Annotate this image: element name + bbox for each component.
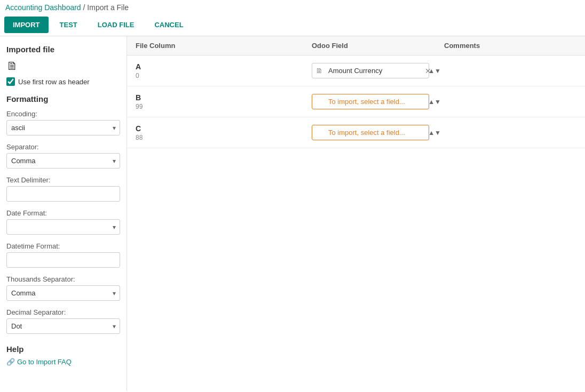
table-row: C 88 To import, select a field... ▲▼ <box>127 117 585 148</box>
breadcrumb: Accounting Dashboard / Import a File <box>0 0 585 14</box>
cancel-button[interactable]: CANCEL <box>145 16 192 34</box>
text-delimiter-label: Text Delimiter: <box>6 176 120 184</box>
formatting-title: Formatting <box>6 94 120 103</box>
encoding-select[interactable]: ascii <box>6 120 120 135</box>
external-link-icon: 🔗 <box>6 358 15 366</box>
main-layout: Imported file 🗎 Use first row as header … <box>0 36 585 391</box>
table-row: A 0 🗎 Amount Currency ✕ ▲▼ <box>127 55 585 86</box>
col-odoo-header: Odoo Field <box>312 42 444 50</box>
col-file-b: B 99 <box>136 93 312 110</box>
date-format-group: Date Format: <box>6 209 120 235</box>
row-c-value: 88 <box>136 134 312 141</box>
row-b-value: 99 <box>136 103 312 110</box>
row-a-letter: A <box>136 62 312 71</box>
col-file-a: A 0 <box>136 62 312 79</box>
date-format-select[interactable] <box>6 219 120 235</box>
help-link-label: Go to Import FAQ <box>17 358 72 366</box>
toolbar: IMPORT TEST LOAD FILE CANCEL <box>0 14 585 36</box>
row-a-value: 0 <box>136 72 312 79</box>
text-delimiter-input[interactable]: " <box>6 186 120 202</box>
encoding-wrapper: ascii <box>6 120 120 135</box>
datetime-format-group: Datetime Format: <box>6 242 120 268</box>
decimal-separator-wrapper: Dot <box>6 318 120 334</box>
thousands-separator-wrapper: Comma <box>6 285 120 301</box>
sidebar: Imported file 🗎 Use first row as header … <box>0 36 127 391</box>
datetime-format-label: Datetime Format: <box>6 242 120 250</box>
table-header: File Column Odoo Field Comments <box>127 36 585 55</box>
datetime-format-input[interactable] <box>6 252 120 268</box>
file-icon: 🗎 <box>6 59 120 73</box>
encoding-group: Encoding: ascii <box>6 110 120 135</box>
breadcrumb-current: Import a File <box>87 3 129 12</box>
amount-currency-wrapper: 🗎 Amount Currency ✕ ▲▼ <box>312 63 444 78</box>
col-file-header: File Column <box>136 42 312 50</box>
col-file-c: C 88 <box>136 124 312 141</box>
help-title: Help <box>6 345 120 354</box>
decimal-separator-group: Decimal Separator: Dot <box>6 308 120 334</box>
help-faq-link[interactable]: 🔗 Go to Import FAQ <box>6 358 120 366</box>
encoding-label: Encoding: <box>6 110 120 118</box>
row-b-letter: B <box>136 93 312 102</box>
row-b-field-select[interactable]: To import, select a field... <box>312 94 429 109</box>
test-button[interactable]: TEST <box>51 16 86 34</box>
separator-group: Separator: Comma <box>6 143 120 169</box>
separator-select[interactable]: Comma <box>6 153 120 169</box>
date-format-label: Date Format: <box>6 209 120 217</box>
separator-wrapper: Comma <box>6 153 120 169</box>
row-c-letter: C <box>136 124 312 133</box>
row-c-chevron-icon: ▲▼ <box>428 129 441 137</box>
decimal-separator-select[interactable]: Dot <box>6 318 120 334</box>
breadcrumb-app-link[interactable]: Accounting Dashboard <box>5 3 81 12</box>
col-comments-header: Comments <box>444 42 576 50</box>
imported-file-title: Imported file <box>6 45 120 54</box>
text-delimiter-group: Text Delimiter: " <box>6 176 120 202</box>
row-c-field-wrapper: To import, select a field... ▲▼ <box>312 125 444 140</box>
thousands-separator-group: Thousands Separator: Comma <box>6 275 120 301</box>
date-format-wrapper <box>6 219 120 235</box>
row-a-clear-button[interactable]: ✕ <box>425 67 431 75</box>
separator-label: Separator: <box>6 143 120 151</box>
row-b-chevron-icon: ▲▼ <box>428 98 441 106</box>
row-c-field-select[interactable]: To import, select a field... <box>312 125 429 140</box>
help-section: Help 🔗 Go to Import FAQ <box>6 345 120 366</box>
breadcrumb-separator: / <box>81 3 88 12</box>
decimal-separator-label: Decimal Separator: <box>6 308 120 316</box>
load-file-button[interactable]: LOAD FILE <box>89 16 144 34</box>
use-first-row-row: Use first row as header <box>6 77 120 86</box>
use-first-row-label: Use first row as header <box>18 78 90 86</box>
thousands-separator-select[interactable]: Comma <box>6 285 120 301</box>
thousands-separator-label: Thousands Separator: <box>6 275 120 283</box>
import-button[interactable]: IMPORT <box>4 17 49 33</box>
content-area: File Column Odoo Field Comments A 0 🗎 Am… <box>127 36 585 391</box>
row-b-field-wrapper: To import, select a field... ▲▼ <box>312 94 444 109</box>
table-row: B 99 To import, select a field... ▲▼ <box>127 86 585 117</box>
use-first-row-checkbox[interactable] <box>6 77 15 86</box>
row-a-field-select[interactable]: Amount Currency <box>312 63 429 78</box>
